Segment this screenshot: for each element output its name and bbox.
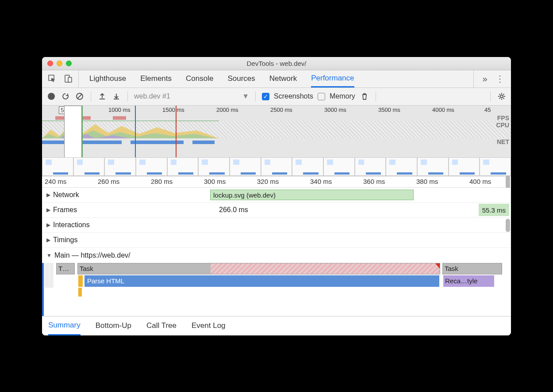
- tab-elements[interactable]: Elements: [140, 70, 172, 88]
- filmstrip-frame[interactable]: [386, 157, 417, 176]
- disclosure-icon[interactable]: ▶: [46, 192, 50, 198]
- kebab-menu-icon[interactable]: ⋮: [495, 74, 505, 84]
- ruler-tick: 300 ms: [204, 178, 226, 185]
- titlebar: DevTools - web.dev/: [42, 57, 511, 70]
- filmstrip-frame[interactable]: [198, 157, 230, 176]
- disclosure-icon[interactable]: ▶: [46, 207, 50, 213]
- track-network[interactable]: ▶ Network lockup.svg (web.dev): [42, 188, 511, 203]
- screenshots-checkbox[interactable]: ✓: [262, 93, 269, 100]
- ruler-tick: 340 ms: [310, 178, 332, 185]
- overview-tick: 4000 ms: [432, 107, 454, 113]
- filmstrip-frame[interactable]: [167, 157, 199, 176]
- parse-html-entry[interactable]: Parse HTML: [84, 275, 439, 287]
- trash-icon[interactable]: [360, 91, 369, 101]
- activity-entry[interactable]: [78, 275, 83, 287]
- track-frames[interactable]: ▶ Frames 266.0 ms 55.3 ms: [42, 203, 511, 218]
- filmstrip-frame[interactable]: [42, 157, 73, 176]
- filmstrip-frame[interactable]: [104, 157, 136, 176]
- frame-entry[interactable]: 55.3 ms: [479, 204, 509, 216]
- net-label: NET: [497, 138, 509, 145]
- left-edge-marker: [42, 263, 44, 316]
- filmstrip-frame[interactable]: [355, 157, 386, 176]
- tab-console[interactable]: Console: [186, 70, 213, 88]
- network-entry[interactable]: lockup.svg (web.dev): [210, 190, 414, 200]
- scrollbar-thumb[interactable]: [506, 219, 510, 232]
- filmstrip-frame[interactable]: [73, 157, 105, 176]
- overview-tick: 2500 ms: [270, 107, 292, 113]
- ruler-tick: 380 ms: [416, 178, 438, 185]
- long-task-warning-icon: [435, 263, 440, 269]
- filmstrip-frame[interactable]: [417, 157, 449, 176]
- tab-call-tree[interactable]: Call Tree: [146, 316, 177, 335]
- overview-tick: 45: [484, 107, 491, 113]
- overview-tick: 3500 ms: [378, 107, 400, 113]
- window-title: DevTools - web.dev/: [42, 60, 511, 67]
- task-entry[interactable]: Task: [442, 263, 502, 274]
- memory-label: Memory: [330, 92, 355, 100]
- svg-rect-2: [68, 77, 72, 82]
- flamechart[interactable]: ▶ Network lockup.svg (web.dev) ▶ Frames …: [42, 188, 511, 316]
- record-button[interactable]: [46, 91, 56, 101]
- device-toggle-icon[interactable]: [63, 74, 73, 84]
- ruler-tick: 360 ms: [363, 178, 385, 185]
- devtools-tabs: Lighthouse Elements Console Sources Netw…: [42, 70, 511, 88]
- scrollbar-thumb[interactable]: [506, 175, 510, 189]
- tab-performance[interactable]: Performance: [311, 70, 354, 88]
- track-main[interactable]: ▼ Main — https://web.dev/: [42, 248, 511, 263]
- overview-pane[interactable]: 500 1000 ms 1500 ms 2000 ms 2500 ms 3000…: [42, 106, 511, 176]
- filmstrip[interactable]: [42, 157, 511, 176]
- filmstrip-frame[interactable]: [136, 157, 167, 176]
- track-label: Main — https://web.dev/: [54, 251, 131, 259]
- recalc-style-entry[interactable]: Reca…tyle: [443, 275, 494, 287]
- settings-gear-icon[interactable]: [497, 91, 507, 101]
- track-timings[interactable]: ▶ Timings: [42, 233, 511, 248]
- timeline-ruler[interactable]: 240 ms 260 ms 280 ms 300 ms 320 ms 340 m…: [42, 176, 511, 188]
- ruler-tick: 320 ms: [257, 178, 279, 185]
- ruler-tick: 260 ms: [98, 178, 119, 185]
- svg-line-4: [77, 94, 82, 99]
- tab-lighthouse[interactable]: Lighthouse: [89, 70, 126, 88]
- overview-tick: 1000 ms: [108, 107, 131, 113]
- task-entry[interactable]: T…: [56, 263, 75, 274]
- track-label: Interactions: [53, 221, 90, 229]
- chevron-down-icon: ▼: [242, 92, 249, 100]
- task-entry[interactable]: Task: [77, 263, 440, 274]
- screenshots-label: Screenshots: [274, 92, 313, 100]
- filmstrip-frame[interactable]: [449, 157, 480, 176]
- frame-duration: 266.0 ms: [219, 206, 248, 214]
- inspect-icon[interactable]: [47, 74, 57, 84]
- svg-point-5: [500, 95, 503, 98]
- ruler-tick: 280 ms: [151, 178, 173, 185]
- details-tabs: Summary Bottom-Up Call Tree Event Log: [42, 316, 511, 335]
- clear-button[interactable]: [75, 91, 84, 101]
- memory-checkbox[interactable]: [318, 93, 325, 100]
- ruler-tick: 400 ms: [469, 178, 491, 185]
- tab-summary[interactable]: Summary: [48, 316, 81, 335]
- download-icon[interactable]: [111, 91, 121, 101]
- overview-tick: 2000 ms: [216, 107, 238, 113]
- filmstrip-frame[interactable]: [292, 157, 323, 176]
- upload-icon[interactable]: [97, 91, 107, 101]
- disclosure-icon[interactable]: ▼: [46, 252, 52, 259]
- overview-tick: 1500 ms: [162, 107, 184, 113]
- track-label: Frames: [53, 206, 77, 214]
- track-interactions[interactable]: ▶ Interactions: [42, 218, 511, 233]
- filmstrip-frame[interactable]: [323, 157, 355, 176]
- overview-tick: 3000 ms: [324, 107, 346, 113]
- disclosure-icon[interactable]: ▶: [46, 237, 50, 243]
- main-thread-area[interactable]: T… Task Task Parse HTML Reca…tyle: [42, 263, 511, 316]
- disclosure-icon[interactable]: ▶: [46, 222, 50, 228]
- filmstrip-frame[interactable]: [261, 157, 292, 176]
- filmstrip-frame[interactable]: [230, 157, 261, 176]
- ruler-tick: 240 ms: [45, 178, 66, 185]
- more-tabs-icon[interactable]: »: [480, 74, 490, 84]
- recording-selector[interactable]: web.dev #1 ▼: [134, 92, 249, 100]
- tab-event-log[interactable]: Event Log: [192, 316, 226, 335]
- filmstrip-frame[interactable]: [480, 157, 511, 176]
- tab-sources[interactable]: Sources: [227, 70, 255, 88]
- tab-network[interactable]: Network: [269, 70, 297, 88]
- performance-toolbar: web.dev #1 ▼ ✓ Screenshots Memory: [42, 88, 511, 106]
- reload-button[interactable]: [61, 91, 70, 101]
- tab-bottom-up[interactable]: Bottom-Up: [96, 316, 131, 335]
- activity-entry[interactable]: [78, 288, 82, 297]
